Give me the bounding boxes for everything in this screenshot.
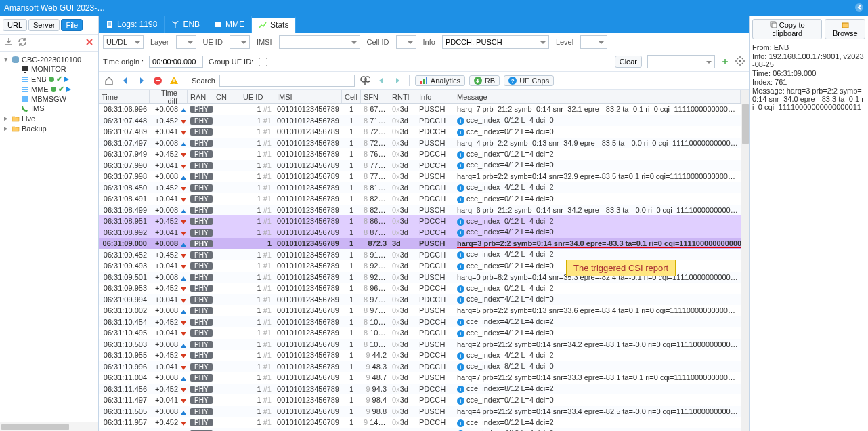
svg-rect-6 xyxy=(22,81,28,82)
col-header[interactable]: Time xyxy=(99,90,150,103)
col-header[interactable]: Info xyxy=(416,90,454,103)
table-row[interactable]: 06:31:07.497+0.008PHY1 #1001010123456789… xyxy=(99,138,741,149)
layer-combo[interactable] xyxy=(176,35,196,49)
forward-icon[interactable] xyxy=(135,75,148,87)
browse-button[interactable]: Browse xyxy=(825,19,865,39)
tree-item[interactable]: ENB ✔ xyxy=(0,74,98,84)
svg-rect-9 xyxy=(22,91,28,92)
cellid-combo[interactable] xyxy=(396,35,416,49)
url-button[interactable]: URL xyxy=(3,19,27,31)
col-header[interactable]: SFN xyxy=(361,90,389,103)
delete-icon[interactable] xyxy=(85,37,94,48)
home-icon[interactable] xyxy=(103,75,115,87)
clear-button[interactable]: Clear xyxy=(615,56,642,68)
group-ue-checkbox[interactable] xyxy=(259,58,267,66)
h-scrollbar[interactable] xyxy=(0,422,98,431)
refresh-icon[interactable] xyxy=(18,37,27,48)
rb-button[interactable]: ⬇RB xyxy=(469,75,500,86)
tab-enb[interactable]: ENB xyxy=(165,16,207,33)
col-header[interactable]: UE ID xyxy=(240,90,274,103)
h-scroll-thumb[interactable] xyxy=(1,424,69,430)
back-icon[interactable] xyxy=(119,75,131,87)
col-header[interactable]: Time diff xyxy=(150,90,188,103)
log-grid[interactable]: TimeTime diffRANCNUE IDIMSICellSFNRNTIIn… xyxy=(99,90,741,431)
table-row[interactable]: 06:31:06.996+0.008PHY1 #1001010123456789… xyxy=(99,104,741,115)
table-row[interactable]: 06:31:07.990+0.041PHY1 #1001010123456789… xyxy=(99,160,741,171)
tree[interactable]: ▾CBC-2023010100MONITORENB ✔ MME ✔ MBMSGW… xyxy=(0,52,98,422)
detail-body: From: ENBInfo: 192.168.100.17:9001, v202… xyxy=(752,43,865,112)
table-row[interactable]: 06:31:07.949+0.452PHY1 #1001010123456789… xyxy=(99,148,741,160)
copy-button[interactable]: Copy to clipboard xyxy=(752,19,822,39)
error-icon[interactable] xyxy=(152,75,164,87)
table-row[interactable]: 06:31:09.953+0.452PHY1 #1001010123456789… xyxy=(99,283,741,294)
col-header[interactable]: Cell xyxy=(342,90,361,103)
svg-rect-12 xyxy=(22,100,28,102)
table-row[interactable]: 06:31:07.448+0.452PHY1 #1001010123456789… xyxy=(99,115,741,127)
col-header[interactable]: RNTI xyxy=(389,90,416,103)
svg-rect-4 xyxy=(22,77,28,78)
time-origin-input[interactable] xyxy=(149,56,203,68)
search-icon[interactable] xyxy=(359,75,371,87)
table-row[interactable]: 06:31:09.994+0.041PHY1 #1001010123456789… xyxy=(99,294,741,306)
table-row[interactable]: 06:31:10.002+0.008PHY1 #1001010123456789… xyxy=(99,305,741,316)
plus-icon[interactable]: ＋ xyxy=(720,56,730,68)
table-row[interactable]: 06:31:08.491+0.041PHY1 #1001010123456789… xyxy=(99,193,741,205)
table-row[interactable]: 06:31:08.499+0.008PHY1 #1001010123456789… xyxy=(99,205,741,216)
table-row[interactable]: 06:31:11.497+0.041PHY1 #1001010123456789… xyxy=(99,394,741,406)
download-icon[interactable] xyxy=(4,37,14,48)
imsi-combo[interactable] xyxy=(279,35,360,49)
tree-item[interactable]: MME ✔ xyxy=(0,84,98,94)
warn-icon[interactable] xyxy=(168,75,180,87)
file-button[interactable]: File xyxy=(61,19,83,31)
tab-mme[interactable]: MME xyxy=(207,16,252,33)
table-row[interactable]: 06:31:11.957+0.452PHY1 #1001010123456789… xyxy=(99,417,741,428)
v-scroll-thumb[interactable] xyxy=(742,104,749,144)
table-row[interactable]: 06:31:07.489+0.041PHY1 #1001010123456789… xyxy=(99,126,741,138)
level-combo[interactable] xyxy=(580,35,607,49)
tree-item[interactable]: MBMSGW xyxy=(0,94,98,104)
table-row[interactable]: 06:31:10.503+0.008PHY1 #1001010123456789… xyxy=(99,339,741,350)
collapse-icon[interactable] xyxy=(854,3,864,14)
gear-icon[interactable] xyxy=(735,56,745,67)
tree-item[interactable]: ▾CBC-2023010100 xyxy=(0,54,98,64)
search-input[interactable] xyxy=(219,75,355,87)
table-row[interactable]: 06:31:10.996+0.041PHY1 #1001010123456789… xyxy=(99,361,741,373)
table-row[interactable]: 06:31:11.004+0.008PHY1 #1001010123456789… xyxy=(99,372,741,384)
table-row[interactable]: 06:31:08.992+0.041PHY1 #1001010123456789… xyxy=(99,227,741,239)
tree-item[interactable]: IMS xyxy=(0,104,98,113)
col-header[interactable]: CN xyxy=(213,90,240,103)
tree-item[interactable]: ▸Live xyxy=(0,113,98,123)
table-row[interactable]: 06:31:11.456+0.452PHY1 #1001010123456789… xyxy=(99,384,741,395)
analytics-button[interactable]: Analytics xyxy=(415,75,465,86)
tab-logs-[interactable]: Logs: 1198 xyxy=(99,16,165,33)
tree-item[interactable]: ▸Backup xyxy=(0,123,98,134)
level-label: Level xyxy=(556,38,573,46)
grid-header: TimeTime diffRANCNUE IDIMSICellSFNRNTIIn… xyxy=(99,90,741,104)
tab-stats[interactable]: Stats xyxy=(252,16,296,33)
info-input[interactable] xyxy=(446,38,539,46)
table-row[interactable]: 06:31:09.452+0.452PHY1 #1001010123456789… xyxy=(99,249,741,261)
clear-combo[interactable] xyxy=(647,55,715,68)
table-row[interactable]: 06:31:08.450+0.452PHY1 #1001010123456789… xyxy=(99,182,741,194)
next-result-icon[interactable] xyxy=(391,75,404,87)
table-row[interactable]: 06:31:10.495+0.041PHY1 #1001010123456789… xyxy=(99,327,741,339)
col-header[interactable]: RAN xyxy=(188,90,213,103)
v-scrollbar[interactable] xyxy=(741,90,749,431)
table-row[interactable]: 06:31:10.454+0.452PHY1 #1001010123456789… xyxy=(99,316,741,328)
col-header[interactable]: IMSI xyxy=(274,90,342,103)
uecaps-button[interactable]: ?UE Caps xyxy=(504,75,554,86)
uldl-combo[interactable]: UL/DL xyxy=(103,35,144,49)
server-button[interactable]: Server xyxy=(28,19,60,31)
col-header[interactable]: Message xyxy=(454,90,741,103)
tree-item[interactable]: MONITOR xyxy=(0,64,98,74)
prev-result-icon[interactable] xyxy=(375,75,387,87)
ueid-combo[interactable] xyxy=(230,35,250,49)
table-row[interactable]: 06:31:08.951+0.452PHY1 #1001010123456789… xyxy=(99,216,741,227)
table-row[interactable]: 06:31:11.998+0.041PHY1 #1001010123456789… xyxy=(99,428,741,432)
table-row[interactable]: 06:31:09.000+0.008PHY1 0010101234567891 … xyxy=(99,238,741,249)
table-row[interactable]: 06:31:11.505+0.008PHY1 #1001010123456789… xyxy=(99,406,741,417)
analytics-label: Analytics xyxy=(431,77,460,85)
table-row[interactable]: 06:31:10.955+0.452PHY1 #1001010123456789… xyxy=(99,350,741,361)
table-row[interactable]: 06:31:07.998+0.008PHY1 #1001010123456789… xyxy=(99,171,741,182)
info-combo[interactable] xyxy=(442,35,549,49)
